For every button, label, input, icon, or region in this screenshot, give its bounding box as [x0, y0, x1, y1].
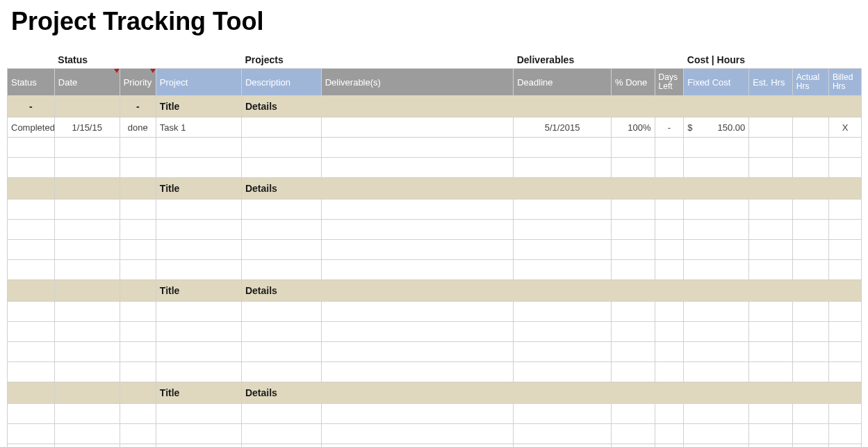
cell-date[interactable]: 1/15/15: [54, 117, 120, 138]
cell-description[interactable]: [241, 117, 321, 138]
cell-actual[interactable]: [792, 117, 828, 138]
table-row[interactable]: [8, 138, 862, 158]
page-title: Project Tracking Tool: [11, 7, 861, 36]
cell-fixed[interactable]: $150.00: [684, 117, 749, 138]
hdr-est: Est. Hrs: [749, 69, 793, 96]
group-header[interactable]: Title Details: [8, 382, 862, 404]
group-header[interactable]: Title Details: [8, 178, 862, 200]
section-projects: Projects: [241, 50, 321, 69]
table-row[interactable]: [8, 444, 862, 447]
table-row[interactable]: [8, 220, 862, 240]
hdr-description: Description: [241, 69, 321, 96]
cell-priority[interactable]: done: [120, 117, 156, 138]
hdr-billed: Billed Hrs: [828, 69, 861, 96]
table-row[interactable]: [8, 424, 862, 444]
table-row[interactable]: [8, 322, 862, 342]
cell-days[interactable]: -: [655, 117, 684, 138]
group-title: Title: [156, 178, 241, 200]
hdr-deliverable: Deliverable(s): [321, 69, 513, 96]
group-header[interactable]: Title Details: [8, 280, 862, 302]
hdr-deadline: Deadline: [514, 69, 612, 96]
group-details: Details: [241, 96, 861, 117]
group-priority-dash: -: [120, 96, 156, 117]
table-row[interactable]: Completed 1/15/15 done Task 1 5/1/2015 1…: [8, 117, 862, 138]
table-row[interactable]: [8, 260, 862, 280]
hdr-status: Status: [8, 69, 55, 96]
group-status-dash: -: [8, 96, 55, 117]
hdr-project: Project: [156, 69, 241, 96]
table-row[interactable]: [8, 240, 862, 260]
table-row[interactable]: [8, 302, 862, 322]
comment-marker-icon: [150, 69, 156, 73]
group-title: Title: [156, 96, 241, 117]
table-row[interactable]: [8, 158, 862, 178]
section-status: Status: [54, 50, 120, 69]
comment-marker-icon: [114, 69, 120, 73]
tracking-table: Status Projects Deliverables Cost | Hour…: [7, 50, 862, 447]
cell-project[interactable]: Task 1: [156, 117, 241, 138]
cell-billed[interactable]: X: [828, 117, 861, 138]
column-header-row: Status Date Priority Project Description…: [8, 69, 862, 96]
section-deliverables: Deliverables: [514, 50, 655, 69]
table-row[interactable]: [8, 342, 862, 362]
section-cost: Cost | Hours: [684, 50, 862, 69]
group-header[interactable]: - - Title Details: [8, 96, 862, 117]
hdr-done: % Done: [612, 69, 655, 96]
hdr-priority: Priority: [120, 69, 156, 96]
table-row[interactable]: [8, 404, 862, 424]
cell-deadline[interactable]: 5/1/2015: [514, 117, 612, 138]
cell-done[interactable]: 100%: [612, 117, 655, 138]
table-row[interactable]: [8, 362, 862, 382]
section-heading-row: Status Projects Deliverables Cost | Hour…: [8, 50, 862, 69]
group-title: Title: [156, 382, 241, 404]
hdr-actual: Actual Hrs: [792, 69, 828, 96]
hdr-days: Days Left: [655, 69, 684, 96]
group-title: Title: [156, 280, 241, 302]
group-details: Details: [241, 280, 861, 302]
group-details: Details: [241, 382, 861, 404]
cell-est[interactable]: [749, 117, 793, 138]
hdr-fixed: Fixed Cost: [684, 69, 749, 96]
cell-deliverable[interactable]: [321, 117, 513, 138]
cell-status[interactable]: Completed: [8, 117, 55, 138]
hdr-date: Date: [54, 69, 120, 96]
group-details: Details: [241, 178, 861, 200]
table-row[interactable]: [8, 200, 862, 220]
